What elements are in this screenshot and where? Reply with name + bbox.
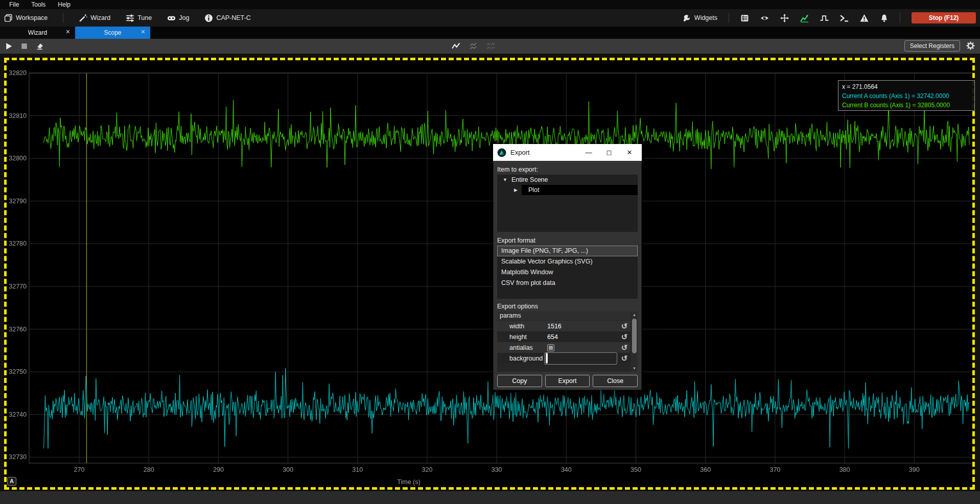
clear-eraser-icon[interactable] (35, 42, 44, 51)
param-height-value[interactable]: 654 (547, 333, 618, 341)
tab-scope[interactable]: Scope × (75, 27, 150, 39)
wizard-label: Wizard (90, 14, 110, 21)
export-options-label: Export options (497, 303, 638, 310)
export-dialog: Export — ◻ ✕ Item to export: ▼ Entire Sc… (493, 144, 642, 390)
scope-plot[interactable]: 3282032810328003279032780327703276032750… (7, 60, 972, 487)
export-button[interactable]: Export (545, 375, 590, 387)
menu-file[interactable]: File (4, 1, 24, 9)
wizard-icon (79, 14, 87, 22)
plot-cursor-legend: x = 271.0564 Current A counts (Axis 1) =… (838, 80, 975, 111)
autoscale-button[interactable]: A (7, 477, 16, 486)
single-plot-icon[interactable] (452, 42, 460, 51)
square-wave-icon[interactable] (820, 14, 829, 22)
format-matplotlib[interactable]: Matplotlib Window (497, 267, 638, 278)
reset-width-icon[interactable]: ↺ (618, 322, 631, 331)
tree-entire-scene-label: Entire Scene (511, 176, 548, 183)
tree-item-plot[interactable]: ▶ Plot (497, 185, 638, 195)
tree-plot-label: Plot (522, 185, 638, 195)
maximize-icon[interactable]: ◻ (599, 144, 619, 161)
reset-height-icon[interactable]: ↺ (618, 332, 631, 342)
toolbar-separator (63, 13, 63, 23)
svg-text:320: 320 (422, 466, 433, 473)
register-table-icon[interactable] (740, 14, 749, 22)
tab-wizard[interactable]: Wizard × (0, 27, 75, 39)
warning-icon[interactable] (860, 14, 869, 22)
grid-plot-icon[interactable] (486, 42, 495, 51)
scrollbar-thumb[interactable] (632, 319, 637, 353)
svg-text:32770: 32770 (9, 283, 27, 290)
app-logo-icon (497, 148, 506, 157)
legend-current-b: Current B counts (Axis 1) = 32805.0000 (842, 101, 971, 110)
svg-text:330: 330 (492, 466, 502, 473)
select-registers-button[interactable]: Select Registers (904, 40, 960, 52)
scroll-down-icon[interactable]: ▼ (631, 366, 638, 371)
background-color-picker[interactable] (544, 352, 617, 365)
device-button[interactable]: CAP-NET-C (204, 14, 250, 22)
tab-scope-close-icon[interactable]: × (141, 28, 145, 36)
svg-text:32780: 32780 (9, 240, 27, 247)
antialias-checkbox[interactable] (547, 344, 554, 351)
close-icon[interactable]: ✕ (619, 144, 640, 161)
chevron-down-icon[interactable]: ▼ (503, 177, 507, 182)
widgets-button[interactable]: Widgets (683, 14, 717, 22)
svg-text:Time (s): Time (s) (397, 478, 420, 486)
gear-icon[interactable] (966, 41, 975, 50)
wrench-icon (683, 14, 691, 22)
reset-antialias-icon[interactable]: ↺ (618, 343, 631, 352)
workspace-button[interactable]: Workspace (4, 14, 48, 22)
param-width-label: width (497, 323, 547, 330)
svg-text:32730: 32730 (9, 453, 27, 461)
tune-icon (126, 14, 134, 22)
jog-button[interactable]: Jog (167, 14, 189, 22)
close-button[interactable]: Close (593, 375, 638, 387)
tune-label: Tune (137, 14, 152, 21)
svg-text:390: 390 (909, 466, 920, 473)
params-scrollbar[interactable]: ▲ ▼ (631, 311, 638, 372)
wizard-button[interactable]: Wizard (79, 14, 110, 22)
param-row-antialias: antialias ↺ (497, 342, 631, 353)
menu-help[interactable]: Help (53, 1, 76, 9)
svg-text:270: 270 (74, 466, 85, 473)
svg-text:360: 360 (700, 466, 711, 473)
format-image-file[interactable]: Image File (PNG, TIF, JPG, ...) (497, 246, 638, 256)
tune-button[interactable]: Tune (126, 14, 152, 22)
reset-background-icon[interactable]: ↺ (618, 354, 631, 363)
copy-button[interactable]: Copy (497, 375, 542, 387)
workspace-label: Workspace (16, 14, 48, 21)
cursor-x-value: x = 271.0564 (842, 82, 971, 91)
param-width-value[interactable]: 1516 (547, 323, 618, 330)
svg-text:32790: 32790 (9, 198, 27, 205)
terminal-icon[interactable] (840, 14, 849, 22)
export-dialog-titlebar[interactable]: Export — ◻ ✕ (493, 144, 642, 161)
param-row-width: width 1516 ↺ (497, 321, 631, 331)
item-to-export-label: Item to export: (497, 166, 638, 173)
format-svg[interactable]: Scalable Vector Graphics (SVG) (497, 256, 638, 267)
split-plot-icon[interactable] (469, 42, 478, 51)
stop-button[interactable]: Stop (F12) (912, 12, 976, 23)
bell-icon[interactable] (880, 14, 889, 22)
tree-item-entire-scene[interactable]: ▼ Entire Scene (497, 175, 638, 185)
toolbar-separator (729, 13, 729, 23)
scroll-up-icon[interactable]: ▲ (631, 313, 638, 317)
legend-current-a: Current A counts (Axis 1) = 32742.0000 (842, 91, 971, 101)
format-csv[interactable]: CSV from plot data (497, 278, 638, 289)
eye-icon[interactable] (760, 14, 769, 22)
menu-tools[interactable]: Tools (26, 1, 51, 9)
svg-text:350: 350 (631, 466, 641, 473)
svg-text:340: 340 (561, 466, 572, 473)
export-format-list: Image File (PNG, TIF, JPG, ...) Scalable… (497, 246, 638, 299)
svg-text:290: 290 (213, 466, 224, 473)
device-label: CAP-NET-C (216, 14, 250, 21)
minimize-icon[interactable]: — (578, 144, 599, 161)
svg-text:280: 280 (144, 466, 154, 473)
chevron-right-icon[interactable]: ▶ (514, 187, 518, 193)
play-icon[interactable] (5, 42, 13, 51)
tab-wizard-close-icon[interactable]: × (66, 28, 70, 36)
widgets-label: Widgets (694, 14, 717, 21)
export-options-table: params width 1516 ↺ height 654 ↺ antiali… (497, 311, 638, 372)
move-icon[interactable] (780, 14, 789, 22)
stop-icon[interactable] (20, 42, 29, 51)
params-group-header[interactable]: params (497, 311, 631, 320)
scope-chart-icon[interactable] (800, 14, 809, 22)
export-dialog-body: Item to export: ▼ Entire Scene ▶ Plot Ex… (493, 161, 642, 390)
